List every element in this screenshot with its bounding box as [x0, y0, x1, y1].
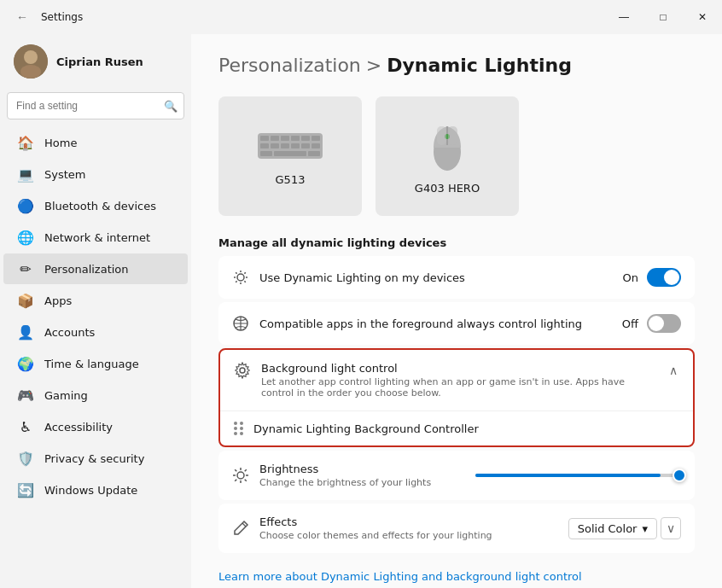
svg-rect-5 [271, 136, 279, 141]
svg-rect-9 [312, 136, 320, 141]
search-box: 🔍 [7, 92, 184, 119]
nav-label-bluetooth: Bluetooth & devices [44, 200, 156, 212]
svg-rect-4 [260, 136, 269, 141]
bg-collapse-button[interactable]: ∧ [667, 362, 679, 379]
use-dynamic-toggle[interactable] [647, 268, 681, 287]
user-name: Ciprian Rusen [56, 55, 143, 68]
sidebar: Ciprian Rusen 🔍 🏠 Home 💻 System 🔵 Blueto… [0, 34, 191, 588]
device-name-g403: G403 HERO [415, 182, 480, 195]
svg-line-42 [235, 480, 236, 481]
svg-rect-7 [291, 136, 300, 141]
title-bar-left: ← Settings [10, 5, 83, 29]
close-button[interactable]: ✕ [683, 0, 722, 34]
use-dynamic-toggle-label: On [623, 271, 638, 284]
nav-icon-apps: 📦 [17, 292, 34, 309]
svg-point-35 [237, 472, 244, 479]
svg-line-40 [235, 469, 236, 471]
nav-label-accounts: Accounts [44, 326, 95, 339]
svg-point-1 [24, 50, 38, 64]
search-icon: 🔍 [164, 100, 178, 113]
svg-point-24 [237, 274, 244, 281]
device-card-g403[interactable]: G403 HERO [376, 96, 519, 216]
effects-select-wrap: Solid Color ▾ ∨ [568, 517, 681, 539]
svg-rect-6 [281, 136, 289, 141]
brightness-icon [232, 467, 249, 484]
nav-icon-personalization: ✏️ [17, 260, 34, 277]
effects-dropdown-arrow: ▾ [642, 522, 648, 535]
search-input[interactable] [7, 92, 184, 119]
svg-line-31 [236, 281, 236, 282]
avatar [14, 44, 48, 79]
nav-icon-bluetooth: 🔵 [17, 197, 34, 214]
nav-label-update: Windows Update [44, 484, 137, 497]
breadcrumb: Personalization [218, 55, 361, 76]
sidebar-item-accessibility[interactable]: ♿ Accessibility [3, 411, 188, 442]
brightness-slider-thumb [673, 469, 686, 482]
sidebar-item-home[interactable]: 🏠 Home [3, 127, 188, 158]
bg-controller-row: Dynamic Lighting Background Controller [220, 411, 693, 445]
back-button[interactable]: ← [10, 5, 34, 29]
nav-label-time: Time & language [44, 358, 139, 370]
sidebar-item-gaming[interactable]: 🎮 Gaming [3, 380, 188, 410]
bg-content: Background light control Let another app… [261, 362, 657, 399]
compatible-apps-title: Compatible apps in the foreground always… [259, 317, 612, 330]
page-header: Personalization > Dynamic Lighting [218, 55, 695, 76]
svg-line-32 [244, 272, 245, 273]
background-card: Background light control Let another app… [218, 348, 695, 447]
nav-label-apps: Apps [44, 294, 72, 307]
sidebar-item-time[interactable]: 🌍 Time & language [3, 348, 188, 379]
sidebar-item-apps[interactable]: 📦 Apps [3, 285, 188, 316]
sidebar-item-network[interactable]: 🌐 Network & internet [3, 222, 188, 253]
effects-expand-button[interactable]: ∨ [661, 517, 681, 539]
title-bar: ← Settings — □ ✕ [0, 0, 722, 34]
device-name-g513: G513 [276, 173, 306, 186]
sidebar-item-personalization[interactable]: ✏️ Personalization [3, 253, 188, 284]
compatible-apps-text: Compatible apps in the foreground always… [259, 317, 612, 330]
sidebar-item-system[interactable]: 💻 System [3, 159, 188, 189]
bg-header-row: Background light control Let another app… [220, 350, 693, 411]
sidebar-item-update[interactable]: 🔄 Windows Update [3, 474, 188, 505]
minimize-button[interactable]: — [604, 0, 643, 34]
device-card-g513[interactable]: G513 [218, 96, 362, 216]
compatible-apps-toggle[interactable] [647, 314, 681, 333]
sidebar-item-privacy[interactable]: 🛡️ Privacy & security [3, 443, 188, 474]
nav-label-personalization: Personalization [44, 263, 129, 276]
nav-icon-accessibility: ♿ [17, 418, 34, 435]
nav-icon-privacy: 🛡️ [17, 450, 34, 467]
maximize-button[interactable]: □ [643, 0, 683, 34]
svg-rect-12 [281, 143, 289, 148]
use-dynamic-title: Use Dynamic Lighting on my devices [259, 271, 613, 284]
sidebar-item-bluetooth[interactable]: 🔵 Bluetooth & devices [3, 190, 188, 221]
use-dynamic-card: Use Dynamic Lighting on my devices On [218, 256, 695, 299]
brightness-desc: Change the brightness of your lights [259, 477, 465, 488]
brightness-slider-fill [475, 474, 661, 477]
compatible-apps-toggle-wrap: Off [622, 314, 681, 333]
mouse-icon [428, 118, 467, 173]
effects-row: Effects Choose color themes and effects … [218, 504, 695, 553]
controller-name: Dynamic Lighting Background Controller [253, 422, 479, 435]
brightness-slider[interactable] [475, 474, 681, 477]
svg-rect-13 [291, 143, 300, 148]
nav-label-privacy: Privacy & security [44, 452, 144, 465]
main-container: Ciprian Rusen 🔍 🏠 Home 💻 System 🔵 Blueto… [0, 34, 722, 588]
user-profile[interactable]: Ciprian Rusen [0, 34, 191, 92]
nav-icon-home: 🏠 [17, 134, 34, 151]
content-area: Personalization > Dynamic Lighting [191, 34, 722, 588]
brightness-row: Brightness Change the brightness of your… [218, 451, 695, 500]
sidebar-item-accounts[interactable]: 👤 Accounts [3, 317, 188, 347]
effects-select-button[interactable]: Solid Color ▾ [568, 518, 657, 539]
compatible-apps-row: Compatible apps in the foreground always… [218, 302, 695, 345]
use-dynamic-text: Use Dynamic Lighting on my devices [259, 271, 613, 284]
nav-icon-accounts: 👤 [17, 323, 34, 341]
compatible-apps-toggle-knob [649, 316, 664, 331]
page-title: Dynamic Lighting [387, 55, 572, 76]
learn-more-link[interactable]: Learn more about Dynamic Lighting and ba… [218, 570, 582, 583]
svg-rect-17 [274, 151, 306, 156]
svg-line-44 [242, 523, 246, 527]
use-dynamic-row: Use Dynamic Lighting on my devices On [218, 256, 695, 299]
svg-rect-18 [308, 151, 320, 156]
effects-text: Effects Choose color themes and effects … [259, 515, 558, 541]
section-label: Manage all dynamic lighting devices [218, 236, 695, 249]
nav-label-accessibility: Accessibility [44, 421, 113, 434]
brightness-text: Brightness Change the brightness of your… [259, 463, 465, 488]
